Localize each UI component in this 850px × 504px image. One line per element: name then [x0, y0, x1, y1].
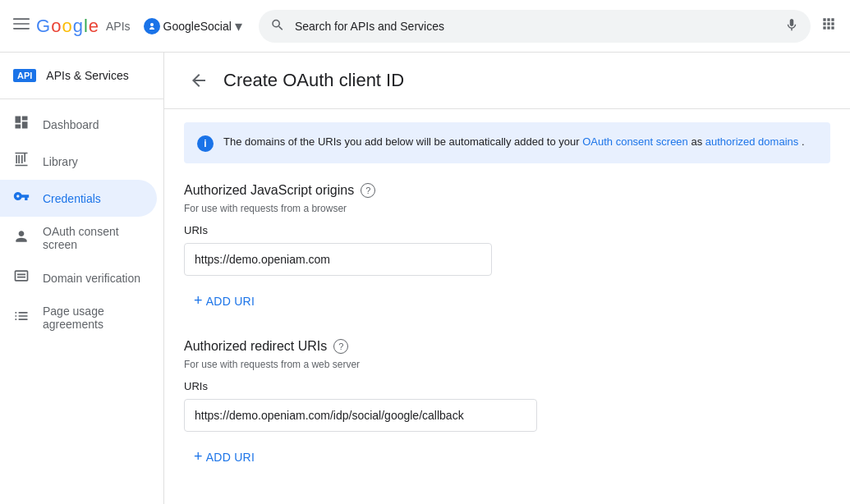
search-input[interactable] — [259, 10, 811, 43]
project-selector[interactable]: GoogleSocial ▾ — [137, 14, 249, 39]
topbar-left: Google APIs GoogleSocial ▾ — [13, 14, 249, 39]
js-origins-section: Authorized JavaScript origins ? For use … — [184, 183, 830, 316]
sidebar-item-oauth[interactable]: OAuth consent screen — [0, 217, 157, 259]
key-icon — [13, 188, 30, 208]
content-area: Create OAuth client ID i The domains of … — [164, 53, 850, 504]
redirect-add-uri-label: ADD URI — [206, 451, 255, 464]
sidebar-label-dashboard: Dashboard — [43, 118, 99, 131]
js-origins-add-uri-button[interactable]: + ADD URI — [184, 286, 264, 316]
redirect-uris-section: Authorized redirect URIs ? For use with … — [184, 339, 830, 472]
sidebar-item-dashboard[interactable]: Dashboard — [0, 106, 157, 143]
plus-icon: + — [194, 292, 203, 309]
svg-point-3 — [150, 23, 154, 26]
svg-rect-2 — [13, 28, 30, 30]
page-header: Create OAuth client ID — [164, 53, 850, 109]
chevron-down-icon: ▾ — [235, 17, 242, 35]
redirect-uris-help-icon[interactable]: ? — [333, 339, 348, 354]
sidebar-label-page-usage: Page usage agreements — [43, 305, 144, 331]
svg-rect-0 — [13, 18, 30, 20]
js-origins-help-icon[interactable]: ? — [361, 183, 375, 198]
plus-icon-2: + — [194, 448, 203, 465]
redirect-add-uri-button[interactable]: + ADD URI — [184, 442, 264, 472]
sidebar-label-credentials: Credentials — [43, 192, 101, 205]
library-icon — [13, 151, 30, 172]
form-content: i The domains of the URIs you add below … — [164, 109, 850, 504]
person-icon — [13, 228, 30, 249]
sidebar-item-page-usage[interactable]: Page usage agreements — [0, 296, 157, 339]
add-uri-label: ADD URI — [206, 295, 255, 308]
js-origins-desc: For use with requests from a browser — [184, 203, 830, 214]
sidebar-header: API APIs & Services — [0, 59, 163, 92]
js-origins-title: Authorized JavaScript origins — [184, 183, 354, 198]
back-button[interactable] — [184, 66, 214, 95]
sidebar-item-credentials[interactable]: Credentials — [0, 180, 157, 217]
page-title: Create OAuth client ID — [223, 70, 404, 91]
topbar: Google APIs GoogleSocial ▾ — [0, 0, 850, 53]
redirect-uris-title: Authorized redirect URIs — [184, 339, 327, 354]
sidebar: API APIs & Services Dashboard Library Cr… — [0, 53, 164, 504]
info-text: The domains of the URIs you add below wi… — [223, 134, 805, 150]
domain-icon — [13, 268, 30, 288]
redirect-uri-input[interactable] — [184, 399, 537, 432]
authorized-domains-link[interactable]: authorized domains — [705, 135, 798, 148]
search-icon — [270, 17, 285, 34]
mic-icon — [784, 17, 799, 34]
js-origins-uris-label: URIs — [184, 224, 830, 236]
js-origins-header: Authorized JavaScript origins ? — [184, 183, 830, 198]
sidebar-label-library: Library — [43, 155, 78, 168]
grid-icon[interactable] — [820, 16, 837, 36]
project-name: GoogleSocial — [163, 20, 232, 33]
oauth-consent-link[interactable]: OAuth consent screen — [582, 135, 688, 148]
info-icon: i — [197, 135, 214, 152]
api-badge: API — [13, 69, 36, 82]
sidebar-item-domain[interactable]: Domain verification — [0, 259, 157, 296]
google-logo: Google — [36, 16, 98, 37]
main-layout: API APIs & Services Dashboard Library Cr… — [0, 53, 850, 504]
sidebar-title: APIs & Services — [46, 69, 128, 82]
sidebar-label-domain: Domain verification — [43, 272, 140, 285]
js-origins-uri-input[interactable] — [184, 243, 492, 276]
project-dot — [144, 18, 160, 34]
dashboard-icon — [13, 114, 30, 135]
hamburger-icon[interactable] — [13, 16, 30, 36]
search-bar — [259, 10, 811, 43]
redirect-uris-label: URIs — [184, 380, 830, 392]
svg-rect-1 — [13, 23, 30, 25]
sidebar-label-oauth: OAuth consent screen — [43, 225, 144, 251]
apis-label: APIs — [106, 20, 131, 33]
topbar-right — [820, 16, 837, 36]
info-box: i The domains of the URIs you add below … — [184, 122, 830, 163]
redirect-uris-desc: For use with requests from a web server — [184, 359, 830, 370]
redirect-uris-header: Authorized redirect URIs ? — [184, 339, 830, 354]
sidebar-item-library[interactable]: Library — [0, 143, 157, 180]
list-icon — [13, 308, 30, 328]
